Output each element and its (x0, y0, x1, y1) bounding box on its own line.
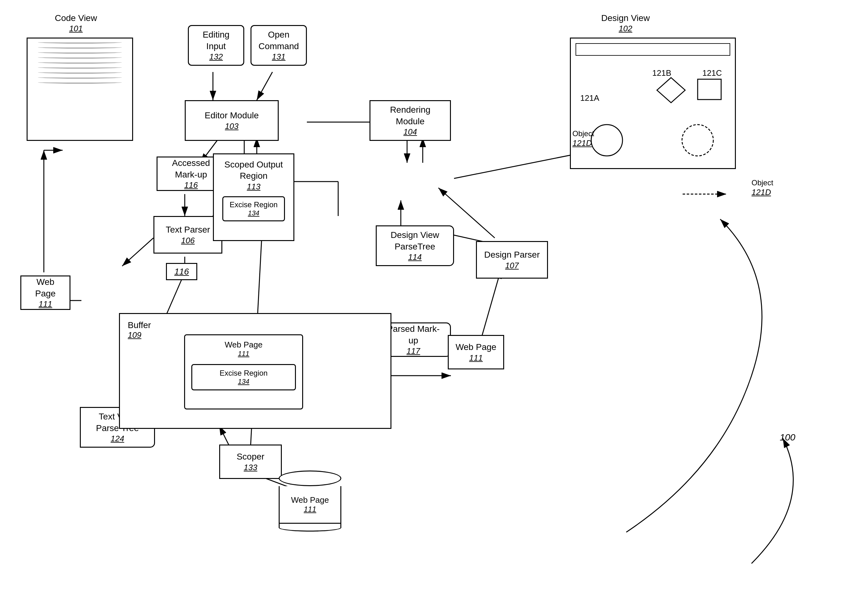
object-121d-a-label: Object 121D (572, 129, 594, 148)
design-parser-node: Design Parser 107 (476, 241, 548, 279)
cylinder-id: 111 (304, 505, 316, 514)
svg-marker-31 (657, 77, 685, 103)
svg-rect-32 (698, 79, 721, 99)
svg-point-34 (682, 125, 713, 156)
scoper-node: Scoper 133 (219, 445, 282, 479)
reference-100: 100 (780, 432, 795, 443)
label-121a: 121A (580, 93, 599, 103)
circle-dashed (680, 123, 715, 158)
diagram: Code View 101 Design View 102 121A 121B … (0, 0, 868, 612)
open-command-node: Open Command 131 (251, 25, 307, 66)
buffer-node: Buffer 109 Web Page 111 Excise Region 13… (119, 313, 391, 429)
code-view-box (26, 37, 133, 141)
design-view-label: Design View 102 (601, 12, 650, 34)
buffer-id: 109 (128, 330, 141, 340)
editing-input-node: Editing Input 132 (188, 25, 244, 66)
scoped-output-node: Scoped Output Region 113 Excise Region 1… (213, 153, 294, 241)
web-page-right-node: Web Page 111 (448, 335, 504, 369)
code-view-label: Code View 101 (55, 12, 97, 34)
116-label-node: 116 (166, 263, 197, 280)
cylinder-label: Web Page (291, 495, 329, 505)
square-shape (696, 77, 724, 103)
buffer-label: Buffer (128, 320, 151, 330)
text-parser-node: Text Parser 106 (153, 216, 222, 254)
circle-solid (590, 123, 624, 158)
svg-line-4 (257, 72, 273, 100)
design-view-parse-tree-node: Design View ParseTree 114 (376, 225, 454, 266)
object-121d-b-label: Object 121D (752, 178, 773, 197)
svg-line-9 (122, 238, 153, 266)
label-121c: 121C (702, 68, 722, 78)
editor-module-node: Editor Module 103 (185, 100, 279, 141)
design-view-box: 121A 121B 121C (570, 37, 736, 169)
excise-region-buffer-node: Excise Region 134 (191, 364, 296, 390)
excise-region-scoped-node: Excise Region 134 (222, 196, 285, 221)
web-page-buffer-node: Web Page 111 Excise Region 134 (184, 334, 303, 409)
rendering-module-node: Rendering Module 104 (369, 100, 451, 141)
svg-point-33 (591, 125, 623, 156)
diamond-shape (656, 76, 687, 104)
web-page-left-node: Web Page 111 (20, 276, 70, 310)
web-page-cylinder-node: Web Page 111 (279, 469, 341, 532)
